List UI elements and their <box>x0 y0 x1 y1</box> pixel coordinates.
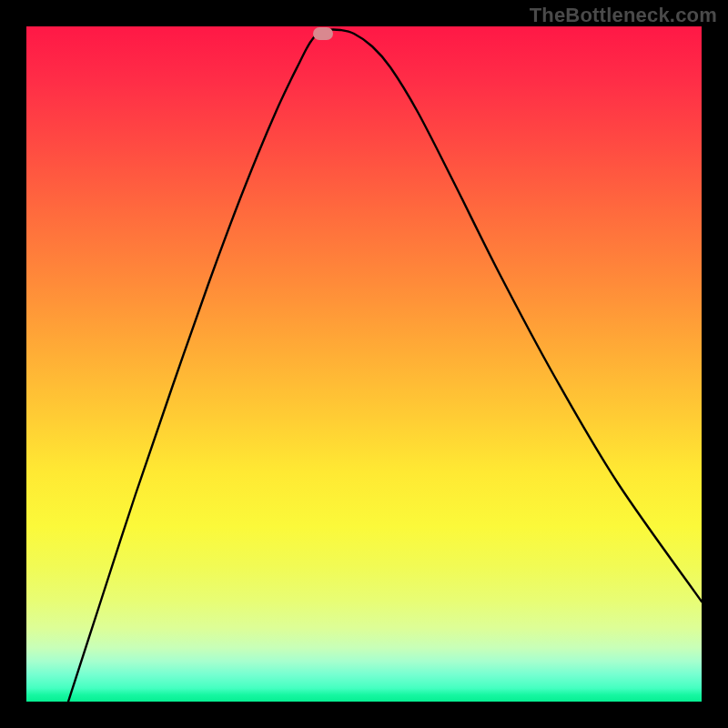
chart-plot-area <box>26 26 702 702</box>
watermark-text: TheBottleneck.com <box>530 4 717 27</box>
chart-curve <box>26 26 702 702</box>
chart-marker <box>313 27 333 40</box>
